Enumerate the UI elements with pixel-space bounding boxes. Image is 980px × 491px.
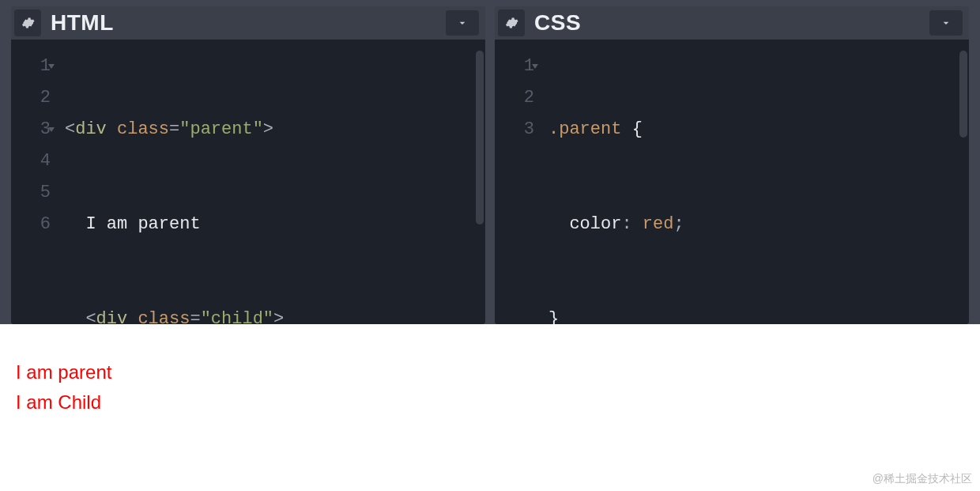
line-number: 1 [495,51,534,82]
output-line: I am Child [16,387,964,417]
line-number: 3 [11,114,51,145]
line-number: 6 [11,209,51,240]
chevron-down-icon[interactable] [929,10,963,36]
html-editor[interactable]: 1 2 3 4 5 6 <div class="parent"> I am pa… [11,40,485,324]
html-gutter: 1 2 3 4 5 6 [11,40,58,324]
line-number: 2 [495,82,534,114]
css-panel: CSS 1 2 3 .parent { color: red; } [495,6,969,324]
watermark: @稀土掘金技术社区 [873,472,972,486]
gear-icon[interactable] [14,9,41,36]
chevron-down-icon[interactable] [446,10,479,36]
css-panel-header: CSS [495,6,969,40]
panel-title-html: HTML [51,10,114,36]
output-line: I am parent [16,357,964,387]
line-number: 4 [11,145,51,177]
line-number: 1 [11,51,51,82]
html-code[interactable]: <div class="parent"> I am parent <div cl… [58,40,284,324]
css-editor[interactable]: 1 2 3 .parent { color: red; } [495,40,969,324]
line-number: 5 [11,177,51,209]
scrollbar[interactable] [476,51,484,225]
css-gutter: 1 2 3 [495,40,542,324]
scrollbar[interactable] [959,51,967,138]
line-number: 3 [495,114,534,145]
css-code[interactable]: .parent { color: red; } [542,40,684,324]
panel-title-css: CSS [534,10,581,36]
html-panel: HTML 1 2 3 4 5 6 <div class="parent"> I … [11,6,485,324]
html-panel-header: HTML [11,6,485,40]
output-preview: I am parent I am Child [0,324,980,491]
gear-icon[interactable] [498,9,525,36]
line-number: 2 [11,82,51,114]
